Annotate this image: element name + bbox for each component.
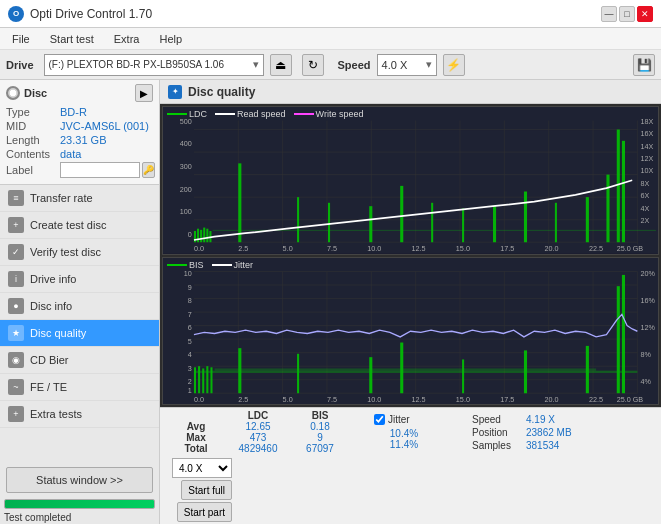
svg-text:2.5: 2.5	[238, 244, 248, 253]
svg-rect-34	[200, 230, 202, 242]
contents-val: data	[60, 148, 81, 160]
label-key: Label	[6, 164, 58, 176]
svg-text:4%: 4%	[640, 376, 651, 385]
svg-rect-104	[206, 366, 208, 393]
nav-disc-info-label: Disc info	[30, 300, 72, 312]
svg-text:5: 5	[188, 336, 192, 345]
nav-create-test-disc-label: Create test disc	[30, 219, 106, 231]
speed-btn[interactable]: ⚡	[443, 54, 465, 76]
menu-help[interactable]: Help	[155, 32, 186, 46]
avg-ldc: 12.65	[228, 421, 288, 432]
nav-drive-info[interactable]: i Drive info	[0, 266, 159, 293]
svg-text:10.0: 10.0	[367, 394, 381, 403]
svg-text:7: 7	[188, 309, 192, 318]
nav-cd-bier[interactable]: ◉ CD Bier	[0, 347, 159, 374]
svg-text:8%: 8%	[640, 349, 651, 358]
save-btn[interactable]: 💾	[633, 54, 655, 76]
maximize-button[interactable]: □	[619, 6, 635, 22]
jitter-label: Jitter	[388, 414, 410, 425]
nav-create-test-disc[interactable]: + Create test disc	[0, 212, 159, 239]
svg-text:0.0: 0.0	[194, 244, 204, 253]
svg-rect-115	[215, 368, 597, 370]
bottom-chart-legend: BIS Jitter	[167, 260, 253, 270]
stats-table: LDC BIS Avg 12.65 0.18 Max 473 9 Total 4…	[166, 410, 366, 454]
status-window-button[interactable]: Status window >>	[6, 467, 153, 493]
right-panel: ✦ Disc quality LDC Read speed Write spee…	[160, 80, 661, 524]
svg-rect-107	[297, 353, 299, 392]
speed-select[interactable]: 4.0 X ▾	[377, 54, 437, 76]
type-val: BD-R	[60, 106, 87, 118]
sidebar: Disc ▶ Type BD-R MID JVC-AMS6L (001) Len…	[0, 80, 160, 524]
refresh-button[interactable]: ↻	[302, 54, 324, 76]
nav-verify-test-disc-label: Verify test disc	[30, 246, 101, 258]
label-input[interactable]	[60, 162, 140, 178]
svg-text:6: 6	[188, 322, 192, 331]
label-edit-btn[interactable]: 🔑	[142, 162, 155, 178]
mid-val: JVC-AMS6L (001)	[60, 120, 149, 132]
svg-text:15.0: 15.0	[456, 394, 470, 403]
svg-rect-102	[198, 366, 200, 393]
menu-extra[interactable]: Extra	[110, 32, 144, 46]
svg-rect-0	[163, 107, 658, 254]
nav-extra-tests-label: Extra tests	[30, 408, 82, 420]
nav-disc-info[interactable]: ● Disc info	[0, 293, 159, 320]
close-button[interactable]: ✕	[637, 6, 653, 22]
start-full-button[interactable]: Start full	[181, 480, 232, 500]
nav-verify-test-disc[interactable]: ✓ Verify test disc	[0, 239, 159, 266]
svg-rect-40	[328, 203, 330, 242]
minimize-button[interactable]: —	[601, 6, 617, 22]
svg-text:16X: 16X	[640, 129, 653, 138]
main-content: Disc ▶ Type BD-R MID JVC-AMS6L (001) Len…	[0, 80, 661, 524]
mid-key: MID	[6, 120, 58, 132]
svg-text:7.5: 7.5	[327, 394, 337, 403]
svg-rect-109	[400, 342, 403, 393]
eject-button[interactable]: ⏏	[270, 54, 292, 76]
svg-rect-113	[617, 286, 620, 393]
svg-rect-110	[462, 359, 464, 393]
nav-transfer-rate[interactable]: ≡ Transfer rate	[0, 185, 159, 212]
jitter-checkbox[interactable]	[374, 414, 385, 425]
svg-text:12X: 12X	[640, 154, 653, 163]
svg-rect-47	[555, 203, 557, 242]
nav-disc-quality[interactable]: ★ Disc quality	[0, 320, 159, 347]
svg-text:20%: 20%	[640, 268, 655, 277]
svg-text:0.0: 0.0	[194, 394, 204, 403]
fe-te-icon: ~	[8, 379, 24, 395]
nav-extra-tests[interactable]: + Extra tests	[0, 401, 159, 428]
svg-text:15.0: 15.0	[456, 244, 470, 253]
speed-stat-label: Speed	[472, 414, 522, 425]
length-val: 23.31 GB	[60, 134, 106, 146]
nav-fe-te[interactable]: ~ FE / TE	[0, 374, 159, 401]
start-part-button[interactable]: Start part	[177, 502, 232, 522]
col-header-ldc: LDC	[228, 410, 288, 421]
svg-text:10.0: 10.0	[367, 244, 381, 253]
svg-text:100: 100	[180, 207, 192, 216]
svg-text:2.5: 2.5	[238, 394, 248, 403]
panel-icon: ✦	[168, 85, 182, 99]
avg-jitter: 10.4%	[374, 428, 434, 439]
nav-transfer-rate-label: Transfer rate	[30, 192, 93, 204]
menu-start-test[interactable]: Start test	[46, 32, 98, 46]
svg-text:8X: 8X	[640, 179, 649, 188]
menu-file[interactable]: File	[8, 32, 34, 46]
samples-label: Samples	[472, 440, 522, 451]
svg-text:6X: 6X	[640, 191, 649, 200]
svg-text:17.5: 17.5	[500, 394, 514, 403]
disc-panel: Disc ▶ Type BD-R MID JVC-AMS6L (001) Len…	[0, 80, 159, 185]
svg-rect-49	[606, 175, 609, 243]
disc-action-btn[interactable]: ▶	[135, 84, 153, 102]
svg-text:9: 9	[188, 282, 192, 291]
svg-rect-48	[586, 197, 589, 242]
speed-dropdown[interactable]: 4.0 X 2.0 X 1.0 X	[172, 458, 232, 478]
disc-section-label: Disc	[24, 87, 47, 99]
drive-select[interactable]: (F:) PLEXTOR BD-R PX-LB950SA 1.06 ▾	[44, 54, 264, 76]
svg-text:3: 3	[188, 363, 192, 372]
top-chart: LDC Read speed Write speed	[162, 106, 659, 255]
disc-quality-icon: ★	[8, 325, 24, 341]
svg-text:20.0: 20.0	[545, 394, 559, 403]
svg-rect-36	[206, 229, 208, 243]
svg-text:12.5: 12.5	[412, 394, 426, 403]
svg-text:0: 0	[188, 229, 192, 238]
svg-text:300: 300	[180, 162, 192, 171]
app-title: Opti Drive Control 1.70	[30, 7, 152, 21]
